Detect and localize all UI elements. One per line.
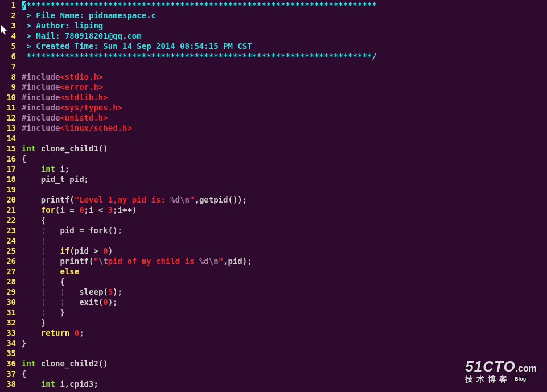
code-token: > File Name: pidnamespace.c xyxy=(22,11,156,20)
line-number: 8 xyxy=(0,72,16,82)
code-token xyxy=(22,164,41,174)
code-token: } xyxy=(46,308,65,317)
code-token xyxy=(22,298,41,307)
line-number: 31 xyxy=(0,307,16,317)
line-number: 4 xyxy=(0,31,16,41)
line-number-gutter: 1234567891011121314151617181920212223242… xyxy=(0,0,19,392)
code-line[interactable]: ¦ ¦ sleep(5); xyxy=(22,287,547,297)
code-token: #include xyxy=(22,113,60,122)
line-number: 13 xyxy=(0,123,16,133)
line-number: 10 xyxy=(0,92,16,102)
code-token: ¦ xyxy=(41,287,46,296)
code-line[interactable]: ¦ pid = fork(); xyxy=(22,225,547,236)
code-token: pid_t pid; xyxy=(22,175,89,184)
code-line[interactable]: > Created Time: Sun 14 Sep 2014 08:54:15… xyxy=(22,41,547,51)
code-line[interactable]: > File Name: pidnamespace.c xyxy=(22,10,547,20)
code-line[interactable] xyxy=(22,61,547,72)
code-line[interactable]: #include<error.h> xyxy=(22,82,547,92)
code-line[interactable]: int clone_child1() xyxy=(22,143,547,154)
code-token: } xyxy=(22,339,26,348)
code-editor[interactable]: 1234567891011121314151617181920212223242… xyxy=(0,0,547,392)
line-number: 25 xyxy=(0,246,16,256)
line-number: 20 xyxy=(0,195,16,205)
code-line[interactable]: ¦ if(pid > 0) xyxy=(22,246,547,256)
code-token: int xyxy=(41,164,55,174)
code-line[interactable]: { xyxy=(22,154,547,164)
code-line[interactable]: } xyxy=(22,317,547,328)
code-token: ¦ xyxy=(41,277,46,286)
line-number: 17 xyxy=(0,164,16,174)
code-line[interactable]: { xyxy=(22,369,547,379)
code-token: 5 xyxy=(108,287,113,296)
code-token: pid of my child is xyxy=(108,257,199,266)
code-line[interactable]: int i,cpid3; xyxy=(22,379,547,389)
code-token: <stdlib.h> xyxy=(60,93,108,102)
code-area[interactable]: /***************************************… xyxy=(19,0,547,392)
code-line[interactable]: ¦ } xyxy=(22,307,547,317)
code-token: ¦ xyxy=(41,267,46,276)
code-line[interactable]: /***************************************… xyxy=(22,0,547,10)
code-line[interactable]: for(i = 0;i < 3;i++) xyxy=(22,205,547,215)
code-token: ,pid); xyxy=(223,257,252,266)
code-line[interactable]: ¦ else xyxy=(22,266,547,277)
code-line[interactable] xyxy=(22,184,547,195)
code-line[interactable]: pid_t pid; xyxy=(22,174,547,184)
code-token: <stdio.h> xyxy=(60,72,103,81)
code-line[interactable]: } xyxy=(22,338,547,348)
code-line[interactable]: #include<stdio.h> xyxy=(22,72,547,82)
code-token: ****************************************… xyxy=(26,1,376,10)
code-line[interactable]: > Author: liping xyxy=(22,20,547,31)
line-number: 28 xyxy=(0,277,16,287)
code-token: int xyxy=(22,359,36,368)
code-line[interactable]: ¦ { xyxy=(22,277,547,287)
code-token: ;i < xyxy=(84,205,108,214)
code-line[interactable]: ****************************************… xyxy=(22,51,547,61)
code-token: { xyxy=(22,216,46,225)
code-token xyxy=(22,308,41,317)
code-token: <linux/sched.h> xyxy=(60,123,131,133)
line-number: 27 xyxy=(0,266,16,277)
code-line[interactable]: #include<stdlib.h> xyxy=(22,92,547,102)
line-number: 11 xyxy=(0,102,16,113)
code-token: ¦ xyxy=(41,257,46,266)
code-token: "Level 1,my pid is: xyxy=(75,195,171,204)
code-token xyxy=(69,328,74,337)
code-line[interactable]: ¦ ¦ exit(0); xyxy=(22,297,547,307)
code-token: (i = xyxy=(55,205,79,214)
line-number: 3 xyxy=(0,20,16,31)
code-token: exit( xyxy=(65,298,103,307)
code-line[interactable]: > Mail: 780918201@qq.com xyxy=(22,31,547,41)
code-token: else xyxy=(60,267,79,276)
code-line[interactable] xyxy=(22,348,547,358)
code-token xyxy=(46,287,60,296)
code-line[interactable]: #include<linux/sched.h> xyxy=(22,123,547,133)
code-token: #include xyxy=(22,93,60,102)
code-token: { xyxy=(46,277,65,286)
code-token xyxy=(22,226,41,235)
code-token: int xyxy=(41,379,55,389)
code-line[interactable]: { xyxy=(22,215,547,225)
line-number: 22 xyxy=(0,215,16,225)
code-token xyxy=(22,328,41,337)
code-line[interactable]: #include<sys/types.h> xyxy=(22,102,547,113)
code-line[interactable]: ¦ printf("\tpid of my child is %d\n",pid… xyxy=(22,256,547,266)
code-line[interactable]: #include<unistd.h> xyxy=(22,113,547,123)
code-line[interactable] xyxy=(22,133,547,143)
code-line[interactable]: return 0; xyxy=(22,328,547,338)
code-token: { xyxy=(22,369,26,378)
line-number: 37 xyxy=(0,369,16,379)
line-number: 26 xyxy=(0,256,16,266)
code-token: #include xyxy=(22,103,60,112)
code-token: > Author: liping xyxy=(22,21,103,30)
line-number: 21 xyxy=(0,205,16,215)
code-token: ****************************************… xyxy=(22,52,377,61)
code-line[interactable]: int i; xyxy=(22,164,547,174)
code-token: printf( xyxy=(46,257,93,266)
code-line[interactable]: printf("Level 1,my pid is: %d\n",getpid(… xyxy=(22,195,547,205)
line-number: 32 xyxy=(0,317,16,328)
code-line[interactable]: ¦ xyxy=(22,236,547,246)
code-line[interactable]: int clone_child2() xyxy=(22,358,547,369)
code-token: { xyxy=(22,154,26,163)
code-token: sleep( xyxy=(65,287,108,296)
line-number: 12 xyxy=(0,113,16,123)
